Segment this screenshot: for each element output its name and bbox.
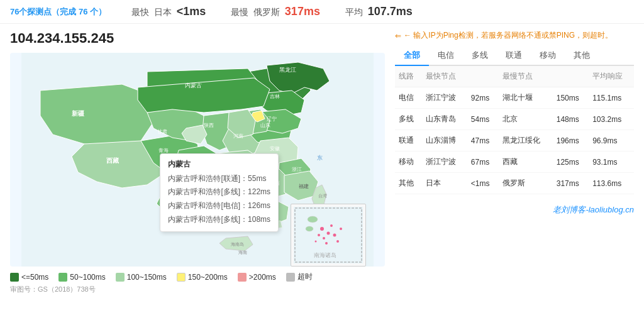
col-fastest-val: [467, 66, 499, 87]
cell-avg-4: 113.6ms: [589, 173, 634, 194]
svg-point-32: [323, 237, 325, 239]
tooltip-line-0: 内蒙古呼和浩特[联通]：55ms: [168, 172, 270, 186]
legend-color-5: [286, 273, 295, 282]
col-slowest-val: [553, 66, 589, 87]
probe-count: 76个探测点（完成 76 个）: [10, 6, 106, 18]
svg-text:陕西: 陕西: [204, 123, 214, 128]
tooltip-title: 内蒙古: [168, 159, 270, 170]
cell-line-3: 移动: [395, 151, 422, 173]
legend: <=50ms 50~100ms 100~150ms 150~200ms >200…: [10, 272, 385, 282]
svg-text:西藏: 西藏: [106, 157, 119, 164]
svg-text:山东: 山东: [260, 123, 270, 128]
table-row: 联通 山东淄博 47ms 黑龙江绥化 196ms 96.9ms: [395, 130, 634, 151]
cell-fastest-val-1: 54ms: [467, 109, 499, 130]
tab-all[interactable]: 全部: [395, 46, 429, 66]
tab-unicom[interactable]: 联通: [497, 46, 531, 66]
svg-point-33: [330, 224, 333, 227]
legend-item-5: 超时: [286, 272, 313, 282]
svg-text:青海: 青海: [158, 148, 169, 153]
svg-point-38: [315, 241, 317, 243]
svg-point-36: [325, 242, 328, 245]
svg-text:浙江: 浙江: [292, 167, 302, 172]
cell-line-0: 电信: [395, 87, 422, 109]
col-line: 线路: [395, 66, 422, 87]
svg-text:新疆: 新疆: [72, 110, 84, 117]
cell-line-2: 联通: [395, 130, 422, 151]
legend-item-3: 150~200ms: [177, 272, 228, 282]
tab-telecom[interactable]: 电信: [429, 46, 463, 66]
svg-text:安徽: 安徽: [270, 146, 280, 151]
svg-text:辽宁: 辽宁: [267, 116, 277, 122]
cell-fastest-val-2: 47ms: [467, 130, 499, 151]
cell-slowest-node-0: 湖北十堰: [499, 87, 553, 109]
svg-text:南海诸岛: 南海诸岛: [314, 252, 336, 258]
svg-point-34: [333, 234, 336, 237]
svg-text:甘肃: 甘肃: [157, 129, 167, 135]
col-fastest-node: 最快节点: [422, 66, 467, 87]
table-header-row: 线路 最快节点 最慢节点 平均响应: [395, 66, 634, 87]
cell-slowest-val-0: 150ms: [553, 87, 589, 109]
legend-item-2: 100~150ms: [116, 272, 167, 282]
cell-fastest-node-1: 山东青岛: [422, 109, 467, 130]
svg-point-39: [340, 228, 342, 230]
cell-slowest-val-4: 317ms: [553, 173, 589, 194]
cell-slowest-node-1: 北京: [499, 109, 553, 130]
cell-fastest-val-3: 67ms: [467, 151, 499, 173]
table-row: 多线 山东青岛 54ms 北京 148ms 103.2ms: [395, 109, 634, 130]
cell-fastest-node-4: 日本: [422, 173, 467, 194]
svg-point-30: [320, 227, 324, 231]
cell-avg-3: 93.1ms: [589, 151, 634, 173]
svg-text:海南: 海南: [238, 250, 247, 255]
right-panel: ⇐ ← 输入IP为Ping检测，若服务器网络不通或禁PING，则超时。 全部 电…: [395, 30, 634, 294]
col-avg: 平均响应: [589, 66, 634, 87]
svg-point-31: [327, 232, 330, 235]
legend-color-3: [177, 273, 186, 282]
cell-avg-0: 115.1ms: [589, 87, 634, 109]
svg-point-40: [308, 216, 318, 223]
svg-text:河南: 河南: [233, 133, 243, 139]
cell-slowest-node-4: 俄罗斯: [499, 173, 553, 194]
top-bar: 76个探测点（完成 76 个） 最快 日本 <1ms 最慢 俄罗斯 317ms …: [0, 0, 644, 24]
legend-color-4: [238, 273, 247, 282]
tab-bar[interactable]: 全部 电信 多线 联通 移动 其他: [395, 46, 634, 66]
svg-text:海南岛: 海南岛: [231, 242, 244, 246]
legend-color-0: [10, 273, 19, 282]
tab-multiline[interactable]: 多线: [463, 46, 497, 66]
cell-line-1: 多线: [395, 109, 422, 130]
mini-map-svg: 南海诸岛: [294, 207, 363, 263]
brand-tag: 老刘博客-laoliublog.cn: [395, 204, 634, 216]
legend-item-0: <=50ms: [10, 272, 48, 282]
slowest-stat: 最慢 俄罗斯 317ms: [231, 5, 320, 18]
map-container: 新疆 西藏 内蒙古 黑龙江 吉林 辽宁 陕西 河南 山东 湖北 湖南 江西 浙江…: [10, 53, 385, 267]
left-panel: 104.234.155.245: [10, 30, 385, 294]
tooltip-line-2: 内蒙古呼和浩特[电信]：126ms: [168, 199, 270, 213]
cell-slowest-node-3: 西藏: [499, 151, 553, 173]
tooltip-line-3: 内蒙古呼和浩特[多线]：108ms: [168, 213, 270, 227]
tab-mobile[interactable]: 移动: [531, 46, 565, 66]
tooltip-line-1: 内蒙古呼和浩特[多线]：122ms: [168, 185, 270, 199]
table-row: 移动 浙江宁波 67ms 西藏 125ms 93.1ms: [395, 151, 634, 173]
svg-text:黑龙江: 黑龙江: [279, 67, 296, 73]
legend-color-1: [58, 273, 67, 282]
mini-map: 南海诸岛: [291, 204, 366, 267]
svg-text:福建: 福建: [299, 184, 309, 189]
cell-fastest-node-3: 浙江宁波: [422, 151, 467, 173]
ping-hint: ⇐ ← 输入IP为Ping检测，若服务器网络不通或禁PING，则超时。: [395, 30, 634, 41]
cell-line-4: 其他: [395, 173, 422, 194]
main-content: 104.234.155.245: [0, 24, 644, 300]
cell-fastest-val-0: 92ms: [467, 87, 499, 109]
cell-slowest-val-1: 148ms: [553, 109, 589, 130]
map-note: 审图号：GS（2018）738号: [10, 285, 385, 294]
cell-slowest-val-2: 196ms: [553, 130, 589, 151]
col-slowest-node: 最慢节点: [499, 66, 553, 87]
fastest-value: <1ms: [177, 5, 206, 18]
svg-point-35: [318, 234, 320, 236]
table-row: 电信 浙江宁波 92ms 湖北十堰 150ms 115.1ms: [395, 87, 634, 109]
avg-value: 107.7ms: [368, 5, 413, 18]
legend-item-1: 50~100ms: [58, 272, 105, 282]
legend-item-4: >200ms: [238, 272, 276, 282]
ip-address: 104.234.155.245: [10, 30, 385, 47]
legend-color-2: [116, 273, 125, 282]
tab-other[interactable]: 其他: [565, 46, 599, 66]
cell-slowest-val-3: 125ms: [553, 151, 589, 173]
